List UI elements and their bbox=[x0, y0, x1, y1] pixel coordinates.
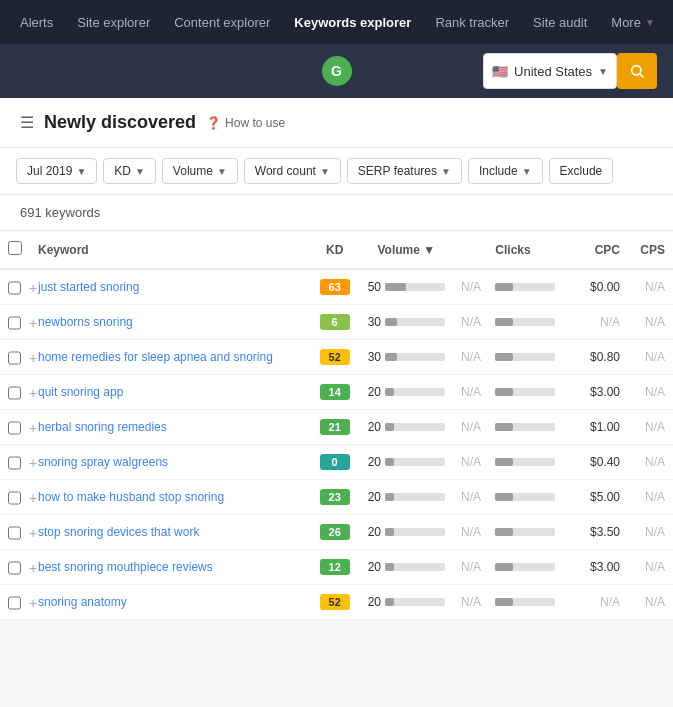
cpc-value: N/A bbox=[573, 305, 628, 340]
search-bar: G 🇺🇸 United States ▼ bbox=[0, 44, 673, 98]
nav-rank-tracker[interactable]: Rank tracker bbox=[423, 0, 521, 44]
volume-bar bbox=[385, 458, 445, 466]
country-label: United States bbox=[514, 64, 592, 79]
filter-exclude[interactable]: Exclude bbox=[549, 158, 614, 184]
cps-value: N/A bbox=[628, 305, 673, 340]
kd-badge: 63 bbox=[320, 279, 350, 295]
volume-value: 50 bbox=[368, 280, 381, 294]
search-button[interactable] bbox=[617, 53, 657, 89]
add-keyword-button[interactable]: + bbox=[29, 315, 37, 331]
keyword-link[interactable]: herbal snoring remedies bbox=[38, 420, 167, 434]
keyword-link[interactable]: home remedies for sleep apnea and snorin… bbox=[38, 350, 273, 364]
kd-badge: 52 bbox=[320, 594, 350, 610]
nav-content-explorer[interactable]: Content explorer bbox=[162, 0, 282, 44]
row-checkbox[interactable] bbox=[8, 281, 21, 295]
add-keyword-button[interactable]: + bbox=[29, 280, 37, 296]
row-checkbox[interactable] bbox=[8, 561, 21, 575]
filter-kd-chevron-icon: ▼ bbox=[135, 166, 145, 177]
keyword-link[interactable]: snoring spray walgreens bbox=[38, 455, 168, 469]
cps-value: N/A bbox=[628, 585, 673, 620]
volume-value: 30 bbox=[368, 315, 381, 329]
table-row: + herbal snoring remedies 21 20 N/A $ bbox=[0, 410, 673, 445]
nav-alerts[interactable]: Alerts bbox=[8, 0, 65, 44]
table-row: + stop snoring devices that work 26 20 N… bbox=[0, 515, 673, 550]
add-keyword-button[interactable]: + bbox=[29, 525, 37, 541]
keyword-link[interactable]: newborns snoring bbox=[38, 315, 133, 329]
volume-bar bbox=[385, 318, 445, 326]
row-checkbox[interactable] bbox=[8, 456, 21, 470]
main-nav: Alerts Site explorer Content explorer Ke… bbox=[0, 0, 673, 44]
clicks-bar bbox=[495, 318, 555, 326]
clicks-bar bbox=[495, 563, 555, 571]
nav-site-audit[interactable]: Site audit bbox=[521, 0, 599, 44]
filter-serp-features[interactable]: SERP features ▼ bbox=[347, 158, 462, 184]
col-header-cps[interactable]: CPS bbox=[628, 231, 673, 269]
nav-keywords-explorer[interactable]: Keywords explorer bbox=[282, 0, 423, 44]
add-keyword-button[interactable]: + bbox=[29, 420, 37, 436]
kd-badge: 12 bbox=[320, 559, 350, 575]
add-keyword-button[interactable]: + bbox=[29, 560, 37, 576]
g-icon: G bbox=[322, 56, 352, 86]
clicks-value: N/A bbox=[461, 350, 481, 364]
how-to-use-link[interactable]: ❓ How to use bbox=[206, 116, 285, 130]
row-checkbox[interactable] bbox=[8, 386, 21, 400]
clicks-value: N/A bbox=[461, 490, 481, 504]
clicks-bar bbox=[495, 458, 555, 466]
keyword-link[interactable]: quit snoring app bbox=[38, 385, 123, 399]
question-icon: ❓ bbox=[206, 116, 221, 130]
row-checkbox[interactable] bbox=[8, 491, 21, 505]
volume-bar bbox=[385, 353, 445, 361]
add-keyword-button[interactable]: + bbox=[29, 595, 37, 611]
row-checkbox[interactable] bbox=[8, 351, 21, 365]
col-header-clicks[interactable]: Clicks bbox=[453, 231, 573, 269]
cps-value: N/A bbox=[628, 515, 673, 550]
country-selector[interactable]: 🇺🇸 United States ▼ bbox=[483, 53, 617, 89]
col-header-kd[interactable]: KD bbox=[310, 231, 360, 269]
volume-bar bbox=[385, 598, 445, 606]
svg-line-1 bbox=[640, 74, 643, 77]
col-header-volume[interactable]: Volume ▼ bbox=[360, 231, 453, 269]
col-header-cpc[interactable]: CPC bbox=[573, 231, 628, 269]
add-keyword-button[interactable]: + bbox=[29, 455, 37, 471]
cpc-value: $1.00 bbox=[573, 410, 628, 445]
volume-bar bbox=[385, 528, 445, 536]
add-keyword-button[interactable]: + bbox=[29, 490, 37, 506]
clicks-bar bbox=[495, 423, 555, 431]
filter-volume[interactable]: Volume ▼ bbox=[162, 158, 238, 184]
volume-value: 20 bbox=[368, 455, 381, 469]
add-keyword-button[interactable]: + bbox=[29, 350, 37, 366]
add-keyword-button[interactable]: + bbox=[29, 385, 37, 401]
clicks-bar bbox=[495, 353, 555, 361]
keyword-link[interactable]: stop snoring devices that work bbox=[38, 525, 199, 539]
filter-word-count-chevron-icon: ▼ bbox=[320, 166, 330, 177]
cps-value: N/A bbox=[628, 480, 673, 515]
keyword-link[interactable]: just started snoring bbox=[38, 280, 139, 294]
keyword-link[interactable]: how to make husband stop snoring bbox=[38, 490, 224, 504]
kd-badge: 6 bbox=[320, 314, 350, 330]
table-row: + snoring anatomy 52 20 N/A N/A N bbox=[0, 585, 673, 620]
keyword-link[interactable]: best snoring mouthpiece reviews bbox=[38, 560, 213, 574]
filter-date[interactable]: Jul 2019 ▼ bbox=[16, 158, 97, 184]
clicks-bar bbox=[495, 493, 555, 501]
row-checkbox[interactable] bbox=[8, 596, 21, 610]
kd-badge: 14 bbox=[320, 384, 350, 400]
select-all-checkbox[interactable] bbox=[8, 241, 22, 255]
filter-include[interactable]: Include ▼ bbox=[468, 158, 543, 184]
keyword-link[interactable]: snoring anatomy bbox=[38, 595, 127, 609]
row-checkbox[interactable] bbox=[8, 316, 21, 330]
cpc-value: $3.00 bbox=[573, 375, 628, 410]
cps-value: N/A bbox=[628, 550, 673, 585]
cps-value: N/A bbox=[628, 375, 673, 410]
nav-more[interactable]: More ▼ bbox=[599, 15, 667, 30]
nav-site-explorer[interactable]: Site explorer bbox=[65, 0, 162, 44]
volume-value: 20 bbox=[368, 560, 381, 574]
kd-badge: 23 bbox=[320, 489, 350, 505]
filter-kd[interactable]: KD ▼ bbox=[103, 158, 156, 184]
filter-word-count[interactable]: Word count ▼ bbox=[244, 158, 341, 184]
search-icon bbox=[629, 63, 645, 79]
row-checkbox[interactable] bbox=[8, 421, 21, 435]
cps-value: N/A bbox=[628, 269, 673, 305]
row-checkbox[interactable] bbox=[8, 526, 21, 540]
menu-icon[interactable]: ☰ bbox=[20, 113, 34, 132]
filter-volume-chevron-icon: ▼ bbox=[217, 166, 227, 177]
